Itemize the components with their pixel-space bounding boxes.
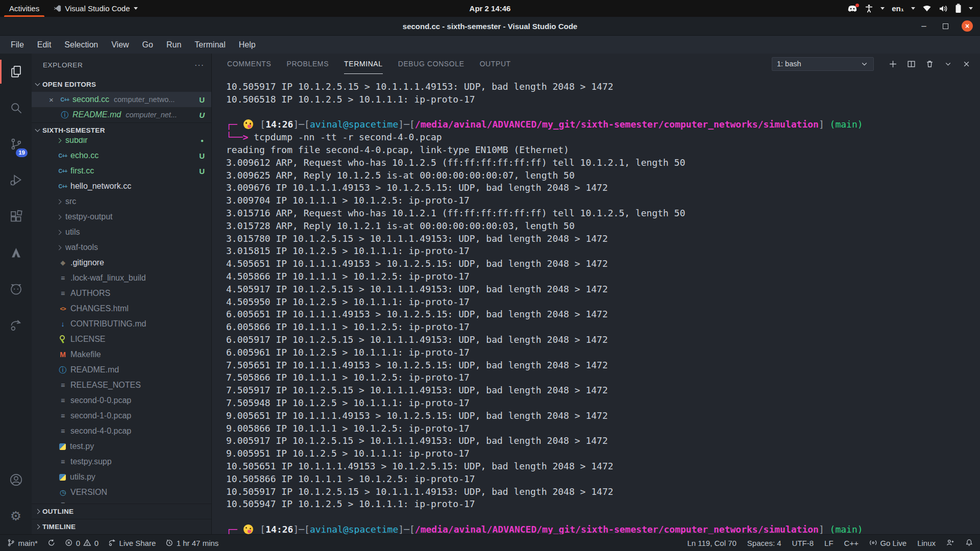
text-file-icon: ≡ bbox=[57, 458, 68, 466]
open-editor-README.md[interactable]: ⓘREADME.mdcomputer_net...U bbox=[32, 107, 211, 122]
tree-item-testpy-output[interactable]: testpy-output bbox=[32, 209, 211, 224]
tree-item-hello_network.cc[interactable]: C++hello_network.cc bbox=[32, 179, 211, 194]
activity-source-control[interactable]: 19 bbox=[0, 126, 32, 162]
tree-item-CHANGES.html[interactable]: <>CHANGES.html bbox=[32, 301, 211, 316]
project-section-header[interactable]: SIXTH-SEMESTER bbox=[32, 122, 211, 138]
tree-item-first.cc[interactable]: C++first.ccU bbox=[32, 163, 211, 179]
menu-item-selection[interactable]: Selection bbox=[58, 38, 105, 52]
problems-item[interactable]: 0 0 bbox=[65, 539, 99, 547]
language-mode-item[interactable]: C++ bbox=[844, 539, 859, 547]
tree-item-LICENSE[interactable]: LICENSE bbox=[32, 332, 211, 347]
keyboard-layout-indicator[interactable]: en₁ bbox=[892, 4, 904, 13]
tree-item-second-4-0.pcap[interactable]: ≡second-4-0.pcap bbox=[32, 423, 211, 439]
clock[interactable]: Apr 2 14:46 bbox=[470, 4, 511, 13]
close-panel-button[interactable] bbox=[962, 60, 971, 68]
terminal-output[interactable]: 10.505917 IP 10.1.2.5.15 > 10.1.1.1.4915… bbox=[212, 74, 980, 534]
activity-live-share[interactable] bbox=[0, 307, 32, 343]
panel-tab-problems[interactable]: PROBLEMS bbox=[286, 54, 329, 74]
terminal-line: 6.005866 IP 10.1.1.1 > 10.1.2.5: ip-prot… bbox=[226, 321, 980, 334]
discord-tray-icon[interactable] bbox=[847, 5, 857, 13]
tree-item-second-1-0.pcap[interactable]: ≡second-1-0.pcap bbox=[32, 408, 211, 423]
activity-settings[interactable]: ⚙ bbox=[0, 498, 32, 534]
panel-tab-terminal[interactable]: TERMINAL bbox=[344, 54, 383, 74]
battery-icon[interactable] bbox=[955, 4, 962, 13]
tree-item-utils[interactable]: utils bbox=[32, 224, 211, 240]
new-terminal-button[interactable] bbox=[889, 60, 897, 68]
open-editor-second.cc[interactable]: ×C++second.cccomputer_netwo...U bbox=[32, 92, 211, 107]
tree-item-waf-tools[interactable]: waf-tools bbox=[32, 240, 211, 255]
panel-tab-comments[interactable]: COMMENTS bbox=[227, 54, 271, 74]
encoding-item[interactable]: UTF-8 bbox=[792, 539, 814, 547]
system-menu-chevron-icon[interactable] bbox=[969, 7, 973, 10]
chevron-expanded-icon bbox=[35, 127, 40, 132]
outline-section-label: OUTLINE bbox=[42, 508, 74, 515]
cursor-position-item[interactable]: Ln 119, Col 70 bbox=[687, 539, 736, 547]
partially-visible-file-row[interactable]: ≡ bbox=[32, 500, 211, 504]
activity-search[interactable] bbox=[0, 90, 32, 126]
menu-item-help[interactable]: Help bbox=[232, 38, 262, 52]
tree-item-RELEASE_NOTES[interactable]: ≡RELEASE_NOTES bbox=[32, 378, 211, 393]
activities-button[interactable]: Activities bbox=[0, 0, 48, 17]
tree-item-.lock-waf_linux_build[interactable]: ≡.lock-waf_linux_build bbox=[32, 270, 211, 286]
terminal-line: 3.009676 IP 10.1.1.1.49153 > 10.1.2.5.15… bbox=[226, 182, 980, 194]
tree-item-Makefile[interactable]: MMakefile bbox=[32, 347, 211, 362]
close-button[interactable]: × bbox=[962, 20, 973, 32]
tree-item-README.md[interactable]: ⓘREADME.md bbox=[32, 362, 211, 378]
eol-item[interactable]: LF bbox=[824, 539, 834, 547]
menu-item-file[interactable]: File bbox=[4, 38, 31, 52]
trash-icon bbox=[925, 60, 934, 68]
activity-extensions[interactable] bbox=[0, 198, 32, 235]
tree-item-utils.py[interactable]: utils.py bbox=[32, 469, 211, 485]
timer-item[interactable]: 1 hr 47 mins bbox=[165, 539, 218, 547]
activity-atlassian[interactable] bbox=[0, 235, 32, 271]
live-share-item[interactable]: Live Share bbox=[108, 539, 156, 547]
notifications-item[interactable] bbox=[965, 539, 973, 547]
go-live-item[interactable]: Go Live bbox=[869, 539, 906, 547]
restore-button[interactable] bbox=[940, 21, 950, 31]
volume-icon[interactable] bbox=[939, 5, 948, 13]
activity-run-debug[interactable] bbox=[0, 162, 32, 198]
sidebar-more-actions[interactable]: ··· bbox=[194, 61, 204, 70]
app-menu[interactable]: Visual Studio Code bbox=[48, 0, 142, 17]
accessibility-tray-icon[interactable] bbox=[865, 4, 873, 13]
menu-item-edit[interactable]: Edit bbox=[31, 38, 58, 52]
source-control-badge: 19 bbox=[16, 148, 28, 157]
activity-github[interactable] bbox=[0, 271, 32, 307]
minimize-button[interactable]: – bbox=[919, 21, 929, 31]
tree-item-VERSION[interactable]: ◷VERSION bbox=[32, 485, 211, 500]
activity-account[interactable] bbox=[0, 462, 32, 498]
tree-item-echo.cc[interactable]: C++echo.ccU bbox=[32, 148, 211, 163]
tree-item-test.py[interactable]: test.py bbox=[32, 439, 211, 454]
timeline-section-header[interactable]: TIMELINE bbox=[32, 519, 211, 534]
panel-tab-output[interactable]: OUTPUT bbox=[480, 54, 511, 74]
split-terminal-button[interactable] bbox=[907, 60, 916, 68]
panel-tab-debug-console[interactable]: DEBUG CONSOLE bbox=[398, 54, 464, 74]
tree-item-src[interactable]: src bbox=[32, 194, 211, 209]
open-editors-header[interactable]: OPEN EDITORS bbox=[32, 77, 211, 92]
outline-section-header[interactable]: OUTLINE bbox=[32, 504, 211, 519]
maximize-panel-button[interactable] bbox=[944, 60, 952, 68]
tree-item-AUTHORS[interactable]: ≡AUTHORS bbox=[32, 286, 211, 301]
kill-terminal-button[interactable] bbox=[925, 60, 934, 68]
menu-item-run[interactable]: Run bbox=[160, 38, 188, 52]
git-branch-item[interactable]: main* bbox=[7, 539, 38, 547]
info-file-icon: ⓘ bbox=[57, 365, 68, 375]
tree-item-second-0-0.pcap[interactable]: ≡second-0-0.pcap bbox=[32, 393, 211, 408]
keyboard-chevron-icon[interactable] bbox=[911, 7, 915, 10]
tree-item-testpy.supp[interactable]: ≡testpy.supp bbox=[32, 454, 211, 469]
chevron-collapsed-icon bbox=[35, 509, 40, 514]
tree-item-CONTRIBUTING.md[interactable]: ↓CONTRIBUTING.md bbox=[32, 316, 211, 332]
menu-item-go[interactable]: Go bbox=[136, 38, 160, 52]
menu-item-terminal[interactable]: Terminal bbox=[188, 38, 232, 52]
terminal-selector[interactable]: 1: bash bbox=[772, 57, 874, 71]
os-item[interactable]: Linux bbox=[917, 539, 936, 547]
accessibility-chevron-icon[interactable] bbox=[880, 7, 885, 10]
activity-explorer[interactable] bbox=[0, 54, 32, 90]
sync-button[interactable] bbox=[47, 539, 56, 547]
menu-item-view[interactable]: View bbox=[105, 38, 135, 52]
feedback-item[interactable] bbox=[946, 539, 954, 547]
close-editor-icon[interactable]: × bbox=[49, 95, 59, 104]
indentation-item[interactable]: Spaces: 4 bbox=[747, 539, 781, 547]
tree-item-.gitignore[interactable]: ◆.gitignore bbox=[32, 255, 211, 270]
wifi-icon[interactable] bbox=[922, 5, 932, 12]
